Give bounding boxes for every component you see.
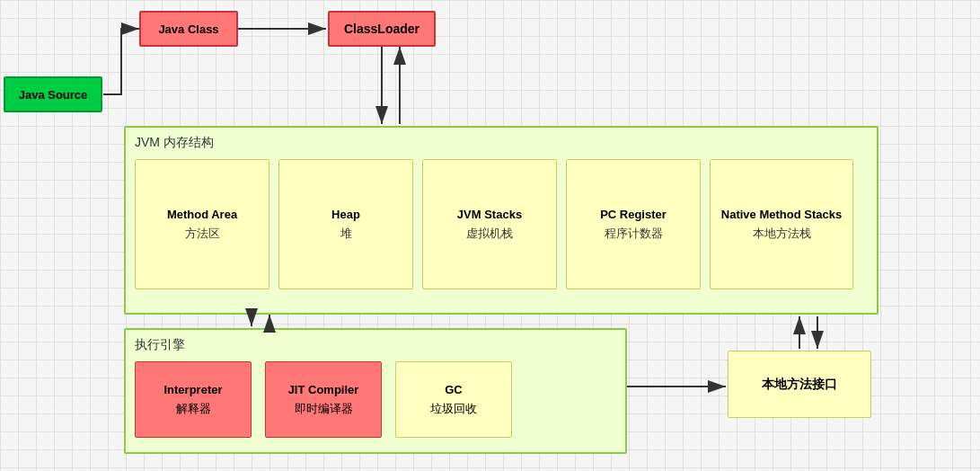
jit-compiler-box: JIT Compiler 即时编译器 [265, 361, 382, 438]
pc-register-en: PC Register [600, 206, 667, 225]
native-interface-box: 本地方法接口 [728, 351, 871, 418]
gc-en: GC [445, 381, 463, 400]
java-class-box: Java Class [139, 11, 238, 47]
java-class-label: Java Class [158, 22, 218, 36]
pc-register-box: PC Register 程序计数器 [566, 159, 701, 289]
native-interface-label: 本地方法接口 [762, 377, 837, 393]
gc-box: GC 垃圾回收 [395, 361, 512, 438]
jvm-stacks-box: JVM Stacks 虚拟机栈 [422, 159, 557, 289]
exec-engine-box: 执行引擎 Interpreter 解释器 JIT Compiler 即时编译器 … [124, 328, 627, 454]
java-source-label: Java Source [19, 88, 88, 102]
jvm-stacks-zh: 虚拟机栈 [466, 225, 513, 244]
heap-box: Heap 堆 [278, 159, 413, 289]
interpreter-zh: 解释器 [176, 400, 211, 419]
jit-zh: 即时编译器 [295, 400, 353, 419]
jvm-stacks-en: JVM Stacks [457, 206, 522, 225]
native-stacks-en: Native Method Stacks [721, 206, 842, 225]
gc-zh: 垃圾回收 [430, 400, 477, 419]
heap-zh: 堆 [340, 225, 352, 244]
jit-en: JIT Compiler [288, 381, 359, 400]
method-area-en: Method Area [167, 206, 237, 225]
interpreter-box: Interpreter 解释器 [135, 361, 252, 438]
jvm-memory-title: JVM 内存结构 [135, 135, 214, 151]
classloader-box: ClassLoader [328, 11, 436, 47]
interpreter-en: Interpreter [163, 381, 222, 400]
classloader-label: ClassLoader [344, 22, 419, 36]
native-stacks-zh: 本地方法栈 [753, 225, 811, 244]
engine-boxes-container: Interpreter 解释器 JIT Compiler 即时编译器 GC 垃圾… [135, 361, 512, 438]
native-stacks-box: Native Method Stacks 本地方法栈 [710, 159, 853, 289]
method-area-box: Method Area 方法区 [135, 159, 269, 289]
memory-boxes-container: Method Area 方法区 Heap 堆 JVM Stacks 虚拟机栈 P… [135, 159, 853, 289]
method-area-zh: 方法区 [185, 225, 220, 244]
pc-register-zh: 程序计数器 [605, 225, 663, 244]
heap-en: Heap [331, 206, 360, 225]
jvm-memory-box: JVM 内存结构 Method Area 方法区 Heap 堆 JVM Stac… [124, 126, 878, 315]
exec-engine-title: 执行引擎 [135, 337, 185, 353]
java-source-box: Java Source [4, 76, 102, 112]
jvm-diagram: Java Source Java Class ClassLoader JVM 内… [0, 0, 980, 471]
